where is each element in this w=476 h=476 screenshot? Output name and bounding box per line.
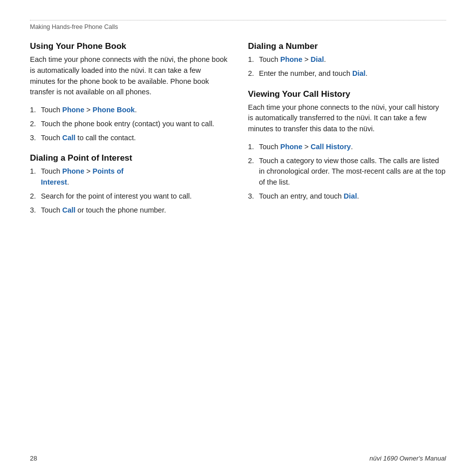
step-num: 1. <box>248 54 259 65</box>
phone-link: Phone <box>62 167 84 175</box>
section-dial-number-title: Dialing a Number <box>248 41 446 51</box>
left-column: Using Your Phone Book Each time your pho… <box>30 41 228 226</box>
footer: 28 nüvi 1690 Owner's Manual <box>30 455 446 462</box>
step-num: 3. <box>248 191 259 202</box>
step-text: Touch Phone > Points ofInterest. <box>41 166 228 188</box>
step-text: Search for the point of interest you wan… <box>41 191 228 202</box>
step-text: Touch the phone book entry (contact) you… <box>41 119 228 130</box>
list-item: 2. Search for the point of interest you … <box>30 191 228 202</box>
phone-link: Phone <box>280 143 302 151</box>
call-link: Call <box>62 134 76 142</box>
step-text: Enter the number, and touch Dial. <box>259 68 446 79</box>
call-history-link: Call History <box>311 143 351 151</box>
step-num: 3. <box>30 205 41 216</box>
step-text: Touch an entry, and touch Dial. <box>259 191 446 202</box>
dial-link: Dial <box>344 192 357 200</box>
step-text: Touch Phone > Phone Book. <box>41 105 228 116</box>
step-text: Touch Phone > Dial. <box>259 54 446 65</box>
step-text: Touch a category to view those calls. Th… <box>259 156 446 188</box>
step-num: 1. <box>248 142 259 153</box>
list-item: 3. Touch Call or touch the phone number. <box>30 205 228 216</box>
list-item: 1. Touch Phone > Points ofInterest. <box>30 166 228 188</box>
poi-steps: 1. Touch Phone > Points ofInterest. 2. S… <box>30 166 228 216</box>
section-phone-book-body: Each time your phone connects with the n… <box>30 54 228 98</box>
dial-link: Dial <box>352 69 366 77</box>
step-num: 2. <box>30 119 41 130</box>
list-item: 1. Touch Phone > Dial. <box>248 54 446 65</box>
section-phone-book-title: Using Your Phone Book <box>30 41 228 51</box>
step-text: Touch Phone > Call History. <box>259 142 446 153</box>
list-item: 2. Touch a category to view those calls.… <box>248 156 446 188</box>
section-phone-book: Using Your Phone Book Each time your pho… <box>30 41 228 143</box>
right-column: Dialing a Number 1. Touch Phone > Dial. … <box>248 41 446 226</box>
list-item: 1. Touch Phone > Call History. <box>248 142 446 153</box>
phone-link: Phone <box>280 55 302 63</box>
list-item: 3. Touch Call to call the contact. <box>30 133 228 144</box>
step-num: 3. <box>30 133 41 144</box>
list-item: 2. Touch the phone book entry (contact) … <box>30 119 228 130</box>
breadcrumb-text: Making Hands-free Phone Calls <box>30 23 118 30</box>
section-dial-number: Dialing a Number 1. Touch Phone > Dial. … <box>248 41 446 79</box>
content-columns: Using Your Phone Book Each time your pho… <box>30 41 446 226</box>
step-num: 2. <box>248 156 259 188</box>
section-call-history-title: Viewing Your Call History <box>248 89 446 99</box>
phone-book-link: Phone Book <box>93 106 135 114</box>
step-num: 2. <box>248 68 259 79</box>
footer-manual-title: nüvi 1690 Owner's Manual <box>369 455 446 462</box>
phone-book-steps: 1. Touch Phone > Phone Book. 2. Touch th… <box>30 105 228 143</box>
phone-link: Phone <box>62 106 84 114</box>
step-num: 1. <box>30 166 41 188</box>
section-poi-title: Dialing a Point of Interest <box>30 153 228 163</box>
step-num: 1. <box>30 105 41 116</box>
list-item: 3. Touch an entry, and touch Dial. <box>248 191 446 202</box>
call-history-steps: 1. Touch Phone > Call History. 2. Touch … <box>248 142 446 202</box>
footer-page-number: 28 <box>30 455 37 462</box>
step-text: Touch Call or touch the phone number. <box>41 205 228 216</box>
list-item: 2. Enter the number, and touch Dial. <box>248 68 446 79</box>
step-text: Touch Call to call the contact. <box>41 133 228 144</box>
dial-number-steps: 1. Touch Phone > Dial. 2. Enter the numb… <box>248 54 446 79</box>
call-link: Call <box>62 206 76 214</box>
list-item: 1. Touch Phone > Phone Book. <box>30 105 228 116</box>
section-poi: Dialing a Point of Interest 1. Touch Pho… <box>30 153 228 216</box>
section-call-history-body: Each time your phone connects to the nüv… <box>248 102 446 135</box>
section-call-history: Viewing Your Call History Each time your… <box>248 89 446 202</box>
page-container: Making Hands-free Phone Calls Using Your… <box>0 0 476 476</box>
breadcrumb: Making Hands-free Phone Calls <box>30 20 446 30</box>
dial-link: Dial <box>311 55 324 63</box>
step-num: 2. <box>30 191 41 202</box>
